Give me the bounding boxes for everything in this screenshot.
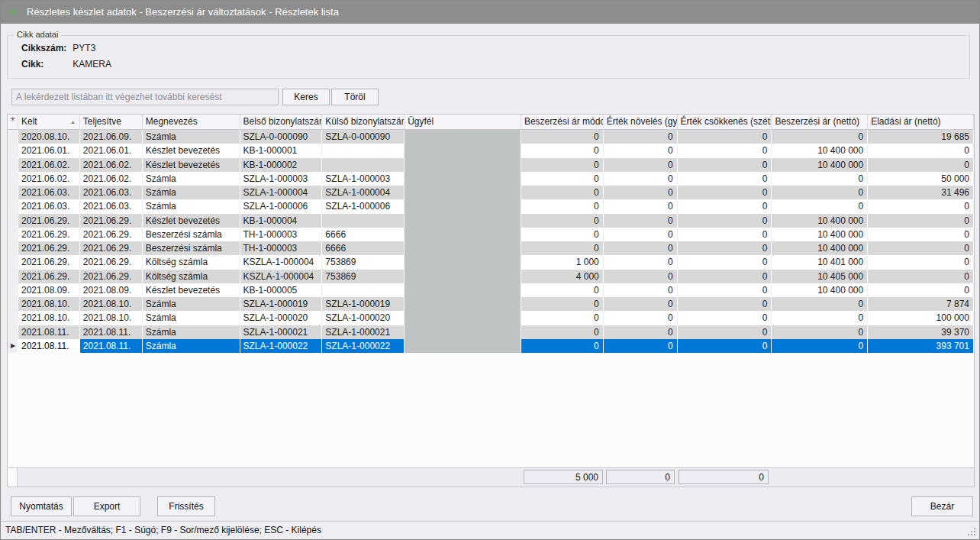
- grid-cell[interactable]: 0: [678, 130, 772, 144]
- grid-cell[interactable]: SZLA-0-000090: [322, 130, 405, 144]
- grid-cell[interactable]: SZLA-1-000022: [322, 339, 405, 353]
- bezar-button[interactable]: Bezár: [911, 496, 973, 516]
- grid-cell[interactable]: 2021.06.29.: [18, 270, 80, 283]
- grid-cell[interactable]: [322, 144, 405, 157]
- column-header-4[interactable]: Belső bizonylatszám: [240, 115, 323, 129]
- grid-cell[interactable]: 0: [521, 144, 604, 157]
- grid-cell[interactable]: 2021.06.29.: [18, 214, 80, 228]
- grid-cell[interactable]: 0: [678, 241, 772, 255]
- grid-cell[interactable]: 2021.06.02.: [80, 172, 143, 186]
- data-grid[interactable]: ✳Kelt▲TeljesítveMegnevezésBelső bizonyla…: [7, 114, 975, 487]
- grid-cell[interactable]: 0: [521, 228, 604, 241]
- grid-cell[interactable]: 0: [678, 283, 772, 297]
- grid-cell[interactable]: 0: [678, 199, 772, 213]
- column-header-10[interactable]: Beszerzési ár (nettó): [772, 115, 868, 129]
- grid-cell[interactable]: SZLA-1-000004: [240, 186, 323, 199]
- grid-cell[interactable]: 7 874: [868, 297, 974, 311]
- column-header-2[interactable]: Teljesítve: [80, 115, 143, 129]
- grid-cell[interactable]: 2021.06.02.: [80, 158, 143, 172]
- grid-cell[interactable]: 0: [521, 186, 604, 199]
- grid-cell[interactable]: 0: [868, 214, 974, 228]
- grid-cell[interactable]: [322, 214, 405, 228]
- grid-cell[interactable]: [405, 255, 521, 269]
- grid-cell[interactable]: KSZLA-1-000004: [240, 255, 323, 269]
- grid-cell[interactable]: 2021.06.03.: [80, 199, 143, 213]
- grid-cell[interactable]: SZLA-1-000020: [322, 311, 405, 325]
- grid-cell[interactable]: Készlet bevezetés: [143, 283, 240, 297]
- grid-cell[interactable]: KSZLA-1-000004: [240, 270, 323, 283]
- grid-cell[interactable]: 0: [521, 283, 604, 297]
- grid-cell[interactable]: KB-1-000002: [240, 158, 323, 172]
- grid-cell[interactable]: SZLA-1-000020: [240, 311, 323, 325]
- grid-cell[interactable]: 0: [868, 158, 974, 172]
- grid-cell[interactable]: 10 405 000: [772, 270, 868, 283]
- grid-cell[interactable]: KB-1-000005: [240, 283, 323, 297]
- grid-cell[interactable]: 50 000: [868, 172, 974, 186]
- grid-cell[interactable]: [322, 283, 405, 297]
- grid-cell[interactable]: 0: [772, 339, 868, 353]
- grid-cell[interactable]: 31 496: [868, 186, 974, 199]
- grid-cell[interactable]: 0: [678, 255, 772, 269]
- grid-cell[interactable]: [405, 130, 521, 144]
- table-row[interactable]: 2021.06.29.2021.06.29.Költség számlaKSZL…: [8, 270, 974, 283]
- grid-cell[interactable]: Számla: [143, 297, 240, 311]
- grid-cell[interactable]: 2021.06.29.: [80, 270, 143, 283]
- table-row[interactable]: 2021.06.29.2021.06.29.Készlet bevezetésK…: [8, 214, 974, 228]
- grid-cell[interactable]: SZLA-1-000019: [240, 297, 323, 311]
- grid-cell[interactable]: 2021.06.01.: [80, 144, 143, 157]
- grid-cell[interactable]: 2021.08.11.: [18, 325, 80, 339]
- grid-cell[interactable]: 0: [678, 214, 772, 228]
- grid-cell[interactable]: 0: [678, 144, 772, 157]
- grid-cell[interactable]: 1 000: [521, 255, 604, 269]
- frissites-button[interactable]: Frissítés: [157, 496, 215, 516]
- grid-cell[interactable]: 0: [678, 172, 772, 186]
- grid-cell[interactable]: 2021.06.03.: [18, 186, 80, 199]
- grid-cell[interactable]: 0: [604, 339, 678, 353]
- grid-cell[interactable]: 0: [604, 325, 678, 339]
- grid-cell[interactable]: [405, 339, 521, 353]
- grid-cell[interactable]: 2021.08.11.: [80, 339, 143, 353]
- column-header-6[interactable]: Ügyfél: [405, 115, 521, 129]
- grid-cell[interactable]: 0: [868, 255, 974, 269]
- grid-cell[interactable]: 0: [868, 228, 974, 241]
- grid-cell[interactable]: 0: [868, 283, 974, 297]
- grid-cell[interactable]: 2021.08.10.: [80, 297, 143, 311]
- grid-cell[interactable]: SZLA-0-000090: [240, 130, 323, 144]
- grid-cell[interactable]: 0: [521, 130, 604, 144]
- grid-cell[interactable]: SZLA-1-000021: [240, 325, 323, 339]
- grid-cell[interactable]: 0: [772, 311, 868, 325]
- column-header-11[interactable]: Eladási ár (nettó): [868, 115, 974, 129]
- grid-cell[interactable]: 2021.08.11.: [80, 325, 143, 339]
- grid-cell[interactable]: 753869: [322, 270, 405, 283]
- grid-cell[interactable]: 39 370: [868, 325, 974, 339]
- grid-cell[interactable]: 10 401 000: [772, 255, 868, 269]
- grid-cell[interactable]: [405, 199, 521, 213]
- table-row[interactable]: 2021.08.10.2021.08.10.SzámlaSZLA-1-00001…: [8, 297, 974, 311]
- table-row[interactable]: 2021.06.29.2021.06.29.Költség számlaKSZL…: [8, 255, 974, 269]
- grid-cell[interactable]: 2021.08.09.: [80, 283, 143, 297]
- grid-cell[interactable]: Költség számla: [143, 270, 240, 283]
- grid-cell[interactable]: 0: [868, 199, 974, 213]
- table-row[interactable]: 2021.08.09.2021.08.09.Készlet bevezetésK…: [8, 283, 974, 297]
- grid-cell[interactable]: 10 400 000: [772, 283, 868, 297]
- grid-cell[interactable]: [405, 158, 521, 172]
- grid-cell[interactable]: 2021.08.09.: [18, 283, 80, 297]
- grid-cell[interactable]: 2021.08.10.: [18, 297, 80, 311]
- table-row[interactable]: 2021.06.03.2021.06.03.SzámlaSZLA-1-00000…: [8, 186, 974, 199]
- grid-cell[interactable]: [405, 186, 521, 199]
- grid-cell[interactable]: 10 400 000: [772, 214, 868, 228]
- grid-cell[interactable]: 2021.06.02.: [18, 172, 80, 186]
- grid-cell[interactable]: 0: [868, 144, 974, 157]
- grid-cell[interactable]: 0: [521, 339, 604, 353]
- grid-cell[interactable]: 0: [772, 199, 868, 213]
- grid-cell[interactable]: 2021.06.01.: [18, 144, 80, 157]
- grid-cell[interactable]: 4 000: [521, 270, 604, 283]
- grid-cell[interactable]: 2021.06.29.: [80, 228, 143, 241]
- grid-cell[interactable]: 0: [678, 339, 772, 353]
- grid-cell[interactable]: Költség számla: [143, 255, 240, 269]
- grid-cell[interactable]: KB-1-000001: [240, 144, 323, 157]
- keres-button[interactable]: Keres: [282, 89, 330, 105]
- grid-cell[interactable]: 0: [521, 297, 604, 311]
- table-row[interactable]: ▶2021.08.11.2021.08.11.SzámlaSZLA-1-0000…: [8, 339, 974, 353]
- column-header-1[interactable]: Kelt▲: [18, 115, 80, 129]
